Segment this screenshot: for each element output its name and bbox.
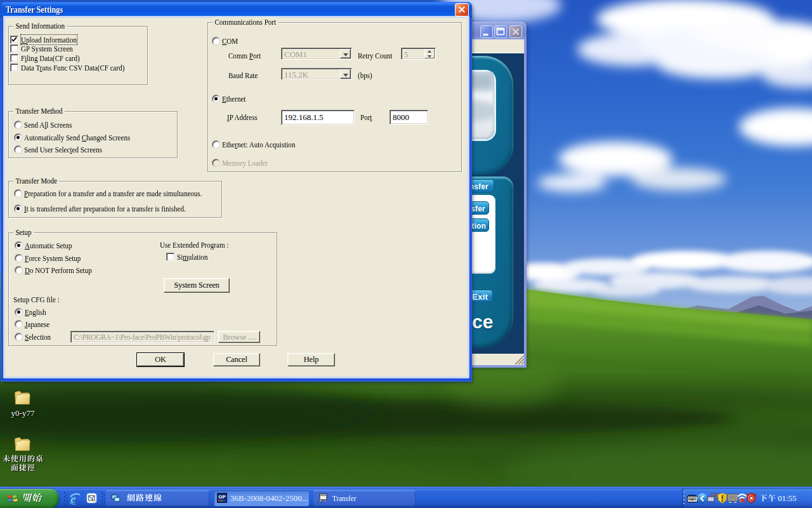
- svg-text:GP: GP: [218, 494, 226, 500]
